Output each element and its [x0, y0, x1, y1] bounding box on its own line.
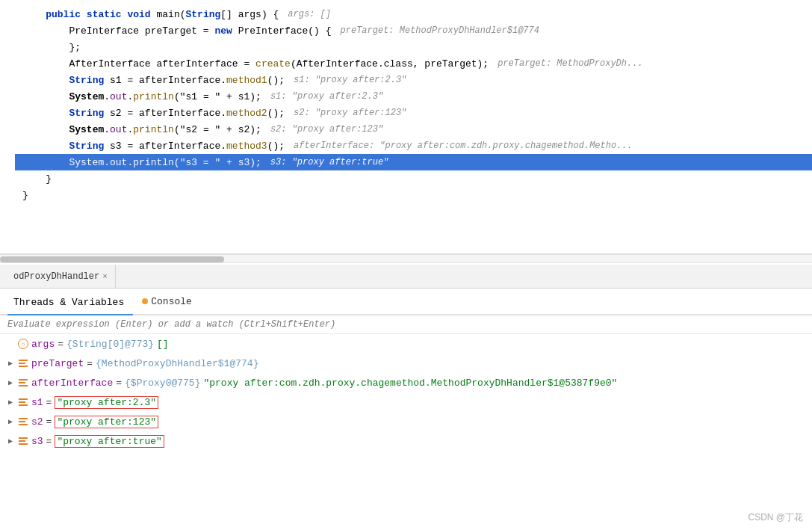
debug-panel: odProxyDhHandler × Threads & VariablesCo…: [0, 265, 812, 530]
var-name: preTarget: [31, 358, 84, 369]
expand-arrow[interactable]: ▶: [6, 417, 15, 426]
file-tab-label: odProxyDhHandler: [13, 271, 99, 282]
var-name: s2: [31, 416, 43, 428]
var-equals: =: [87, 358, 93, 369]
var-equals: =: [46, 416, 52, 428]
svg-rect-12: [19, 437, 28, 439]
svg-rect-4: [19, 382, 25, 383]
svg-rect-0: [19, 360, 28, 361]
svg-rect-2: [19, 366, 28, 367]
svg-rect-9: [19, 418, 28, 419]
debug-tool-tabs: Threads & VariablesConsole: [0, 289, 812, 315]
var-type: {String[0]@773}: [66, 339, 154, 350]
file-tab[interactable]: odProxyDhHandler ×: [6, 265, 116, 289]
var-name: args: [31, 339, 55, 350]
code-line[interactable]: String s3 = afterInterface.method3();aft…: [15, 138, 812, 154]
var-value: "proxy after:com.zdh.proxy.chagemethod.M…: [203, 378, 617, 389]
svg-rect-10: [19, 421, 25, 422]
svg-rect-8: [19, 404, 28, 406]
code-line[interactable]: }: [15, 170, 812, 187]
field-icon: [18, 436, 28, 446]
tab-dot: [142, 298, 148, 304]
var-equals: =: [46, 397, 52, 408]
debug-tab-label: Console: [151, 296, 192, 307]
code-line[interactable]: AfterInterface afterInterface = create(A…: [15, 55, 812, 72]
horizontal-scrollbar[interactable]: [0, 254, 812, 263]
variable-item[interactable]: ▶ s2 = "proxy after:123": [0, 412, 812, 431]
close-icon[interactable]: ×: [102, 272, 108, 281]
field-icon: [18, 378, 28, 388]
variable-item[interactable]: ▶ s1 = "proxy after:2.3": [0, 392, 812, 412]
var-value: []: [157, 339, 169, 350]
args-icon: ○: [18, 339, 28, 349]
debug-tab-console[interactable]: Console: [136, 289, 201, 314]
variable-item[interactable]: ▶ s3 = "proxy after:true": [0, 431, 812, 451]
expand-arrow[interactable]: ▶: [6, 359, 15, 368]
watermark: CSDN @丁花: [748, 511, 803, 524]
code-line[interactable]: }: [15, 187, 812, 203]
var-type: {MethodProxyDhHandler$1@774}: [96, 358, 258, 369]
var-value: "proxy after:true": [55, 435, 164, 448]
code-line[interactable]: System.out.println("s3 = " + s3);s3: "pr…: [15, 154, 812, 170]
var-name: s1: [31, 397, 43, 408]
variable-item[interactable]: ○args = {String[0]@773} []: [0, 334, 812, 354]
field-icon: [18, 416, 28, 427]
field-icon: [18, 358, 28, 369]
var-value: "proxy after:123": [55, 416, 158, 428]
var-equals: =: [46, 436, 52, 447]
svg-rect-14: [19, 443, 28, 445]
svg-rect-7: [19, 401, 25, 403]
svg-rect-5: [19, 385, 28, 386]
var-equals: =: [58, 339, 63, 350]
svg-rect-3: [19, 379, 28, 380]
svg-rect-13: [19, 440, 25, 442]
expand-arrow[interactable]: ▶: [6, 398, 15, 407]
code-line[interactable]: };: [15, 39, 812, 55]
code-line[interactable]: String s2 = afterInterface.method2();s2:…: [15, 105, 812, 121]
var-name: afterInterface: [31, 378, 113, 389]
code-line[interactable]: String s1 = afterInterface.method1();s1:…: [15, 72, 812, 88]
var-value: "proxy after:2.3": [55, 396, 158, 409]
code-editor: public static void main(String[] args) {…: [0, 0, 812, 254]
svg-rect-6: [19, 398, 28, 400]
code-line[interactable]: PreInterface preTarget = new PreInterfac…: [15, 22, 812, 39]
variables-list: ○args = {String[0]@773} []▶ preTarget = …: [0, 334, 812, 530]
no-expand: [6, 339, 15, 348]
eval-bar[interactable]: Evaluate expression (Enter) or add a wat…: [0, 315, 812, 334]
debug-tab-label: Threads & Variables: [13, 297, 124, 308]
var-equals: =: [116, 378, 122, 389]
ide-window: public static void main(String[] args) {…: [0, 0, 812, 530]
var-type: {$Proxy0@775}: [125, 378, 200, 389]
eval-placeholder: Evaluate expression (Enter) or add a wat…: [7, 319, 335, 330]
svg-rect-11: [19, 424, 28, 425]
expand-arrow[interactable]: ▶: [6, 437, 15, 446]
code-line[interactable]: System.out.println("s1 = " + s1);s1: "pr…: [15, 88, 812, 105]
svg-rect-1: [19, 363, 25, 364]
variable-item[interactable]: ▶ preTarget = {MethodProxyDhHandler$1@77…: [0, 354, 812, 373]
variable-item[interactable]: ▶ afterInterface = {$Proxy0@775} "proxy …: [0, 373, 812, 392]
var-name: s3: [31, 436, 43, 447]
code-line[interactable]: public static void main(String[] args) {…: [15, 6, 812, 22]
field-icon: [18, 397, 28, 407]
expand-arrow[interactable]: ▶: [6, 378, 15, 387]
code-line[interactable]: System.out.println("s2 = " + s2);s2: "pr…: [15, 121, 812, 138]
debug-tab-threads-&-variables[interactable]: Threads & Variables: [7, 290, 133, 315]
file-tab-bar: odProxyDhHandler ×: [0, 265, 812, 289]
